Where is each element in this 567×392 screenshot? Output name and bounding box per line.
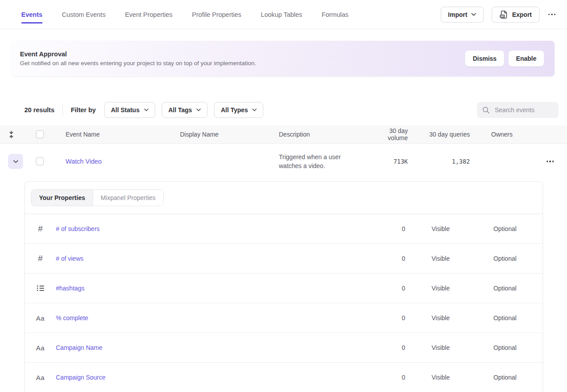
property-requirement: Optional [476,255,534,262]
filter-bar: 20 results Filter by All Status All Tags… [0,102,567,118]
events-table-header: Event Name Display Name Description 30 d… [0,125,567,144]
search-input[interactable] [494,106,553,114]
tab-events-label: Events [21,11,43,18]
property-row: # # of subscribers 0 Visible Optional [25,214,543,244]
top-navigation: Events Custom Events Event Properties Pr… [0,0,567,29]
collapse-all-icon[interactable] [8,131,15,138]
property-name-link[interactable]: Campaign Name [56,344,379,351]
header-display-name[interactable]: Display Name [180,131,279,138]
property-name-link[interactable]: # of views [56,255,379,262]
property-requirement: Optional [476,314,534,321]
properties-segmented-control: Your Properties Mixpanel Properties [31,189,164,206]
select-all-checkbox[interactable] [36,130,44,138]
property-value: 0 [379,344,405,351]
number-icon: # [38,254,43,263]
property-visibility: Visible [405,314,476,321]
tab-formulas[interactable]: Formulas [322,0,348,29]
property-requirement: Optional [476,225,534,232]
property-name-link[interactable]: Campaign Source [56,374,379,381]
list-icon [37,285,44,291]
types-filter-label: All Types [221,106,248,114]
tab-formulas-label: Formulas [322,11,348,18]
tab-profile-properties-label: Profile Properties [192,11,241,18]
chevron-down-icon [471,13,476,16]
header-description[interactable]: Description [279,131,368,138]
property-requirement: Optional [476,344,534,351]
overflow-menu-icon[interactable] [547,11,557,18]
chevron-down-icon [13,160,18,163]
volume-cell: 713K [393,158,408,165]
chevron-down-icon [196,109,201,111]
nav-actions: Import csv Export [441,7,556,23]
status-filter-dropdown[interactable]: All Status [104,102,155,118]
types-filter-dropdown[interactable]: All Types [214,102,263,118]
banner-actions: Dismiss Enable [465,51,544,67]
import-button-label: Import [448,11,468,18]
search-box [477,102,559,118]
row-checkbox[interactable] [36,157,44,165]
tab-mixpanel-properties[interactable]: Mixpanel Properties [93,190,163,206]
export-button[interactable]: csv Export [492,7,539,23]
property-name-link[interactable]: % complete [56,314,379,321]
property-value: 0 [379,285,405,292]
results-count: 20 results [24,106,55,114]
text-icon: Aa [36,374,44,381]
banner-title: Event Approval [20,51,256,58]
header-owners[interactable]: Owners [470,131,539,138]
tab-events[interactable]: Events [21,0,43,29]
number-icon: # [38,224,43,234]
queries-cell: 1,382 [452,158,470,165]
banner-description: Get notified on all new events entering … [20,60,256,67]
header-30-day-queries[interactable]: 30 day queries [408,131,470,138]
tags-filter-label: All Tags [168,106,192,114]
filter-by-label: Filter by [71,106,96,114]
event-name-link[interactable]: Watch Video [66,158,102,165]
property-requirement: Optional [476,285,534,292]
chevron-down-icon [144,109,149,111]
description-cell: Triggered when a user watches a video. [279,153,354,170]
dismiss-button[interactable]: Dismiss [465,51,504,67]
property-visibility: Visible [405,255,476,262]
property-row: Aa % complete 0 Visible Optional [25,303,543,333]
property-value: 0 [379,255,405,262]
property-visibility: Visible [405,374,476,381]
svg-text:csv: csv [501,15,504,17]
tab-your-properties[interactable]: Your Properties [31,190,93,206]
event-approval-banner: Event Approval Get notified on all new e… [12,41,555,76]
status-filter-label: All Status [111,106,140,114]
property-value: 0 [379,314,405,321]
collapse-row-button[interactable] [8,154,23,169]
property-name-link[interactable]: #hashtags [56,285,379,292]
search-icon [482,106,490,114]
row-overflow-menu-icon[interactable] [546,158,555,165]
property-visibility: Visible [405,344,476,351]
properties-tabbar: Your Properties Mixpanel Properties [25,182,543,214]
tab-lookup-tables-label: Lookup Tables [261,11,302,18]
text-icon: Aa [36,344,44,352]
property-row: # # of views 0 Visible Optional [25,244,543,274]
property-name-link[interactable]: # of subscribers [56,225,379,232]
header-30-day-volume[interactable]: 30 day volume [368,127,408,141]
property-row: #hashtags 0 Visible Optional [25,274,543,303]
divider [63,104,63,116]
tab-custom-events[interactable]: Custom Events [62,0,106,29]
enable-button[interactable]: Enable [508,51,544,67]
tab-lookup-tables[interactable]: Lookup Tables [261,0,302,29]
property-value: 0 [379,225,405,232]
property-row: Aa Campaign Name 0 Visible Optional [25,333,543,363]
tab-custom-events-label: Custom Events [62,11,106,18]
header-event-name[interactable]: Event Name [66,131,180,138]
table-row-watch-video: Watch Video Triggered when a user watche… [0,144,567,179]
tab-event-properties-label: Event Properties [125,11,172,18]
import-button[interactable]: Import [441,7,484,23]
tab-event-properties[interactable]: Event Properties [125,0,172,29]
properties-list: # # of subscribers 0 Visible Optional # … [25,214,543,392]
property-row: Aa Campaign Source 0 Visible Optional [25,363,543,392]
tab-profile-properties[interactable]: Profile Properties [192,0,241,29]
property-requirement: Optional [476,374,534,381]
property-visibility: Visible [405,225,476,232]
tags-filter-dropdown[interactable]: All Tags [162,102,207,118]
property-value: 0 [379,374,405,381]
chevron-down-icon [252,109,257,111]
csv-file-icon: csv [499,10,508,19]
